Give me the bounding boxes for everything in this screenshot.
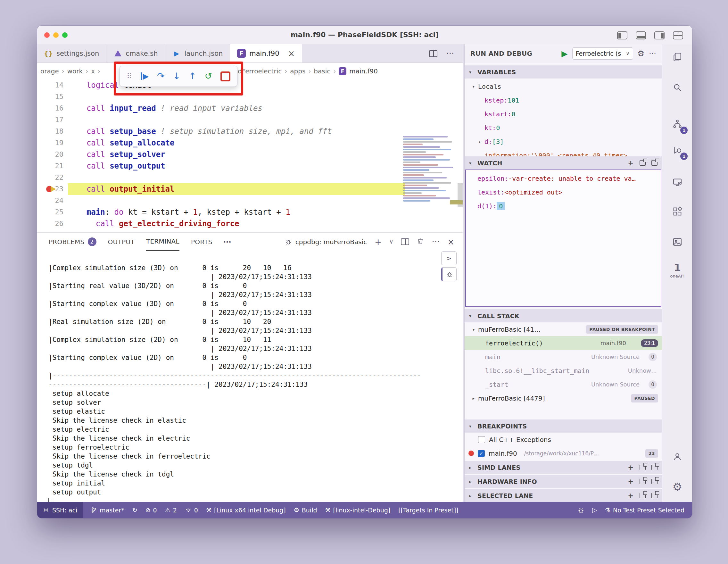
- tab-main.f90[interactable]: Fmain.f90×: [230, 44, 302, 62]
- statusbar-item[interactable]: ⚒[linux-intel-Debug]: [325, 507, 390, 514]
- variable-row[interactable]: kt: 0: [465, 121, 662, 135]
- variable-row[interactable]: information: '\000' <repeats 40 times>: [465, 148, 662, 156]
- add-watch-icon[interactable]: +: [628, 492, 634, 500]
- activity-item-run-debug[interactable]: 1: [662, 139, 692, 161]
- breakpoint-checkbox[interactable]: [478, 436, 485, 443]
- activity-item-extensions[interactable]: [662, 200, 692, 223]
- variables-scope-row[interactable]: ▾Locals: [465, 79, 662, 93]
- panel-actions-more-icon[interactable]: ···: [432, 238, 440, 246]
- activity-item-files[interactable]: [662, 46, 692, 68]
- add-watch-icon[interactable]: +: [628, 477, 634, 485]
- statusbar-item[interactable]: 0: [185, 507, 198, 514]
- new-terminal-icon[interactable]: +: [375, 238, 382, 246]
- statusbar-item[interactable]: [[Targets In Preset]]: [398, 507, 458, 514]
- split-terminal-icon[interactable]: [401, 238, 409, 245]
- watch-section-header[interactable]: ▾WATCH+: [465, 156, 662, 170]
- add-watch-icon[interactable]: +: [628, 159, 634, 167]
- statusbar-item[interactable]: master*: [91, 507, 124, 514]
- debug-more-icon[interactable]: ···: [649, 49, 656, 58]
- section-header-hardware-info[interactable]: ▸HARDWARE INFO+: [465, 475, 662, 488]
- terminal-output[interactable]: |Complex simulation size (3D) on 0 is 20…: [37, 251, 463, 502]
- step-over-button[interactable]: ↷: [157, 72, 164, 81]
- callstack-frame-row[interactable]: libc.so.6!__libc_start_mainUnknow…: [465, 364, 662, 377]
- statusbar-item[interactable]: ⚗No Test Preset Selected: [605, 507, 684, 514]
- call-stack-section-header[interactable]: ▾CALL STACK: [465, 309, 662, 322]
- watch-row[interactable]: d(1): 0: [466, 199, 661, 213]
- code-editor[interactable]: 14 logical lexist1516 call input_read ! …: [37, 79, 463, 232]
- panel-tab-PROBLEMS[interactable]: PROBLEMS2: [49, 233, 96, 251]
- breakpoint-row[interactable]: All C++ Exceptions: [465, 433, 662, 446]
- toggle-sidebar-right-icon[interactable]: [654, 31, 665, 39]
- callstack-thread-row[interactable]: ▾muFerroBasic [41…PAUSED ON BREAKPOINT: [465, 322, 662, 336]
- kill-terminal-icon[interactable]: [417, 238, 424, 246]
- callstack-thread-row[interactable]: ▸muFerroBasic [4479]PAUSED: [465, 391, 662, 405]
- step-into-button[interactable]: ↓: [173, 72, 180, 81]
- breadcrumb-item[interactable]: apps: [290, 67, 305, 75]
- debug-terminal-button[interactable]: [441, 267, 457, 281]
- breakpoint-checkbox[interactable]: ✓: [478, 450, 485, 457]
- statusbar-item[interactable]: ⊘0: [145, 507, 157, 514]
- callstack-frame-row[interactable]: ferroelectric()main.f9023:1: [465, 336, 662, 350]
- breadcrumb-item[interactable]: orage: [40, 67, 59, 75]
- breadcrumb-file[interactable]: main.f90: [349, 67, 378, 75]
- panel-tab-OUTPUT[interactable]: OUTPUT: [108, 233, 135, 251]
- activity-item-search[interactable]: [662, 76, 692, 99]
- tab-launch.json[interactable]: ▶launch.json: [165, 44, 230, 62]
- callstack-frame-row[interactable]: _startUnknown Source0: [465, 377, 662, 391]
- terminal-list-button[interactable]: >: [441, 251, 457, 265]
- statusbar-item[interactable]: ⚙Build: [294, 507, 317, 514]
- toggle-panel-icon[interactable]: [636, 31, 646, 39]
- breadcrumb-item[interactable]: x: [91, 67, 95, 75]
- minimap[interactable]: [403, 136, 458, 208]
- add-watch-icon[interactable]: +: [628, 463, 634, 471]
- variable-row[interactable]: kstart: 0: [465, 107, 662, 121]
- split-editor-icon[interactable]: [429, 50, 437, 57]
- breadcrumb-item[interactable]: work: [67, 67, 83, 75]
- section-header-selected-lane[interactable]: ▸SELECTED LANE+: [465, 489, 662, 502]
- close-tab-icon[interactable]: ×: [288, 49, 295, 58]
- section-header-simd-lanes[interactable]: ▸SIMD LANES+: [465, 461, 662, 474]
- tab-settings.json[interactable]: {}settings.json: [37, 44, 106, 62]
- statusbar-item[interactable]: ↻: [132, 507, 137, 513]
- activity-item-source-control[interactable]: 1: [662, 113, 692, 135]
- activity-item-oneapi[interactable]: 1oneAPI: [662, 254, 692, 286]
- breakpoint-row[interactable]: ✓main.f90/storage/work/x/xuc116/Ph…23: [465, 446, 662, 460]
- start-debugging-button[interactable]: ▶: [561, 49, 567, 58]
- statusbar-item[interactable]: [578, 507, 584, 513]
- terminal-dropdown-icon[interactable]: ∨: [389, 239, 393, 245]
- collapse-all-icon[interactable]: [651, 479, 658, 484]
- open-watch-editor-icon[interactable]: [640, 160, 646, 166]
- open-watch-editor-icon[interactable]: [640, 465, 646, 470]
- debug-session-label[interactable]: cppdbg: muFerroBasic: [285, 238, 367, 246]
- panel-more-icon[interactable]: ···: [223, 238, 231, 246]
- drag-handle-icon[interactable]: ⠿: [127, 72, 132, 80]
- watch-row[interactable]: epsilon: -var-create: unable to create v…: [466, 171, 661, 185]
- variables-section-header[interactable]: ▾VARIABLES: [465, 65, 662, 79]
- statusbar-item[interactable]: ▷: [592, 507, 597, 513]
- variable-row[interactable]: kstep: 101: [465, 93, 662, 107]
- panel-tab-PORTS[interactable]: PORTS: [191, 233, 212, 251]
- layout-grid-icon[interactable]: [673, 31, 683, 39]
- editor-more-icon[interactable]: ···: [446, 49, 454, 58]
- step-out-button[interactable]: ↑: [189, 72, 196, 81]
- collapse-all-icon[interactable]: [651, 465, 658, 470]
- stop-button[interactable]: [220, 71, 230, 81]
- continue-button[interactable]: ▶: [141, 72, 149, 80]
- statusbar-item[interactable]: ⚒[Linux x64 intel Debug]: [206, 507, 286, 514]
- watch-row[interactable]: lexist: <optimized out>: [466, 185, 661, 199]
- debug-config-dropdown[interactable]: Ferroelectric (s ∨: [572, 47, 633, 60]
- debug-settings-gear-icon[interactable]: ⚙: [638, 49, 645, 58]
- tab-cmake.sh[interactable]: cmake.sh: [106, 44, 165, 62]
- collapse-all-icon[interactable]: [651, 160, 658, 166]
- panel-tab-TERMINAL[interactable]: TERMINAL: [146, 233, 179, 251]
- callstack-frame-row[interactable]: mainUnknown Source0: [465, 350, 662, 364]
- open-watch-editor-icon[interactable]: [640, 493, 646, 498]
- toggle-sidebar-left-icon[interactable]: [617, 31, 627, 39]
- open-watch-editor-icon[interactable]: [640, 479, 646, 484]
- variable-row-expandable[interactable]: ▸d: [3]: [465, 135, 662, 148]
- activity-item-media[interactable]: [662, 231, 692, 253]
- collapse-all-icon[interactable]: [651, 493, 658, 498]
- activity-item-remote[interactable]: [662, 171, 692, 193]
- close-panel-icon[interactable]: ×: [447, 238, 454, 246]
- breakpoints-section-header[interactable]: ▾BREAKPOINTS: [465, 419, 662, 433]
